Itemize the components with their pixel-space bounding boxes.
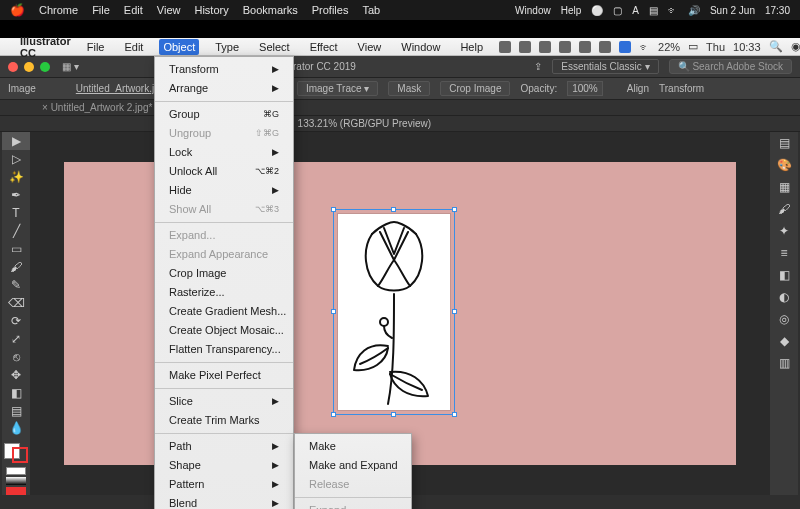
eraser-tool[interactable]: ⌫: [2, 294, 30, 312]
host-app-name[interactable]: Chrome: [39, 4, 78, 16]
stroke-panel-icon[interactable]: ≡: [770, 242, 798, 264]
swatches-panel-icon[interactable]: ▦: [770, 176, 798, 198]
menu-item-create-trim-marks[interactable]: Create Trim Marks: [155, 411, 293, 430]
properties-panel-icon[interactable]: ▤: [770, 132, 798, 154]
rotate-tool[interactable]: ⟳: [2, 312, 30, 330]
submenu-item-make-and-expand[interactable]: Make and Expand: [295, 456, 411, 475]
ai-menu-type[interactable]: Type: [211, 39, 243, 55]
svg-point-0: [380, 318, 388, 326]
menu-item-pattern[interactable]: Pattern▶: [155, 475, 293, 494]
menu-item-lock[interactable]: Lock▶: [155, 143, 293, 162]
host-menu-profiles[interactable]: Profiles: [312, 4, 349, 16]
line-tool[interactable]: ╱: [2, 222, 30, 240]
direct-selection-tool[interactable]: ▷: [2, 150, 30, 168]
menu-item-slice[interactable]: Slice▶: [155, 392, 293, 411]
menu-item-rasterize-[interactable]: Rasterize...: [155, 283, 293, 302]
color-mode-chips[interactable]: [6, 467, 26, 495]
placed-image[interactable]: [338, 214, 450, 410]
host-menu-file[interactable]: File: [92, 4, 110, 16]
shape-builder-tool[interactable]: ◧: [2, 384, 30, 402]
ai-menu-effect[interactable]: Effect: [306, 39, 342, 55]
crop-image-button[interactable]: Crop Image: [440, 81, 510, 96]
brushes-panel-icon[interactable]: 🖌: [770, 198, 798, 220]
menu-item-create-gradient-mesh-[interactable]: Create Gradient Mesh...: [155, 302, 293, 321]
ai-menu-select[interactable]: Select: [255, 39, 294, 55]
gradient-panel-icon[interactable]: ◧: [770, 264, 798, 286]
ai-menu-window[interactable]: Window: [397, 39, 444, 55]
menu-item-expand-appearance: Expand Appearance: [155, 245, 293, 264]
arrange-icon[interactable]: ▦ ▾: [62, 61, 79, 72]
ai-menu-help[interactable]: Help: [456, 39, 487, 55]
rectangle-tool[interactable]: ▭: [2, 240, 30, 258]
submenu-item-make[interactable]: Make: [295, 437, 411, 456]
mask-button[interactable]: Mask: [388, 81, 430, 96]
close-icon[interactable]: [8, 62, 18, 72]
host-menu-window[interactable]: Window: [515, 5, 551, 16]
host-menu-tab[interactable]: Tab: [362, 4, 380, 16]
magic-wand-tool[interactable]: ✨: [2, 168, 30, 186]
share-icon[interactable]: ⇪: [534, 61, 542, 72]
zoom-icon[interactable]: [40, 62, 50, 72]
menu-item-arrange[interactable]: Arrange▶: [155, 79, 293, 98]
gradient-tool[interactable]: ▤: [2, 402, 30, 420]
submenu-item-expand: Expand: [295, 501, 411, 509]
left-toolbox: ▶ ▷ ✨ ✒ T ╱ ▭ 🖌 ✎ ⌫ ⟳ ⤢ ⎋ ✥ ◧ ▤ 💧: [2, 132, 30, 495]
menu-item-hide[interactable]: Hide▶: [155, 181, 293, 200]
layers-panel-icon[interactable]: ▥: [770, 352, 798, 374]
window-controls[interactable]: [8, 62, 50, 72]
scale-tool[interactable]: ⤢: [2, 330, 30, 348]
wifi-icon[interactable]: ᯤ: [639, 41, 650, 53]
pen-tool[interactable]: ✒: [2, 186, 30, 204]
eyedropper-tool[interactable]: 💧: [2, 420, 30, 438]
menu-item-path[interactable]: Path▶: [155, 437, 293, 456]
siri-icon[interactable]: ◉: [791, 40, 800, 53]
host-menu-edit[interactable]: Edit: [124, 4, 143, 16]
menu-item-transform[interactable]: Transform▶: [155, 60, 293, 79]
host-menu-view[interactable]: View: [157, 4, 181, 16]
width-tool[interactable]: ⎋: [2, 348, 30, 366]
image-trace-button[interactable]: Image Trace ▾: [297, 81, 378, 96]
fill-stroke-swatch[interactable]: [4, 443, 28, 463]
transform-panel[interactable]: Transform: [659, 83, 704, 94]
color-panel-icon[interactable]: 🎨: [770, 154, 798, 176]
ai-menu-view[interactable]: View: [354, 39, 386, 55]
type-tool[interactable]: T: [2, 204, 30, 222]
document-tab[interactable]: × Untitled_Artwork 2.jpg*: [42, 102, 152, 113]
workspace-switcher[interactable]: Essentials Classic ▾: [552, 59, 658, 74]
host-menu-history[interactable]: History: [194, 4, 228, 16]
wifi-icon[interactable]: ᯤ: [668, 5, 678, 16]
ai-app-name[interactable]: Illustrator CC: [20, 35, 71, 59]
minimize-icon[interactable]: [24, 62, 34, 72]
menu-item-blend[interactable]: Blend▶: [155, 494, 293, 509]
apple-menu-icon[interactable]: 🍎: [10, 3, 25, 17]
transparency-panel-icon[interactable]: ◐: [770, 286, 798, 308]
opacity-value[interactable]: 100%: [567, 81, 603, 96]
menu-item-crop-image[interactable]: Crop Image: [155, 264, 293, 283]
menu-item-unlock-all[interactable]: Unlock All⌥⌘2: [155, 162, 293, 181]
spotlight-icon[interactable]: 🔍: [769, 40, 783, 53]
graphicstyles-panel-icon[interactable]: ◆: [770, 330, 798, 352]
status-icon: ⚪: [591, 5, 603, 16]
menu-item-create-object-mosaic-[interactable]: Create Object Mosaic...: [155, 321, 293, 340]
host-menu-help[interactable]: Help: [561, 5, 582, 16]
menu-item-group[interactable]: Group⌘G: [155, 105, 293, 124]
free-transform-tool[interactable]: ✥: [2, 366, 30, 384]
appearance-panel-icon[interactable]: ◎: [770, 308, 798, 330]
host-menu-bookmarks[interactable]: Bookmarks: [243, 4, 298, 16]
volume-icon[interactable]: 🔊: [688, 5, 700, 16]
menu-item-make-pixel-perfect[interactable]: Make Pixel Perfect: [155, 366, 293, 385]
pencil-tool[interactable]: ✎: [2, 276, 30, 294]
embedded-doc-name[interactable]: Untitled_Artwork.jpg: [76, 83, 165, 94]
object-dropdown-menu: Transform▶Arrange▶Group⌘GUngroup⇧⌘GLock▶…: [154, 56, 294, 509]
ai-menu-file[interactable]: File: [83, 39, 109, 55]
ai-menu-object[interactable]: Object: [159, 39, 199, 55]
battery-percent: 22%: [658, 41, 680, 53]
menu-item-shape[interactable]: Shape▶: [155, 456, 293, 475]
align-panel[interactable]: Align: [627, 83, 649, 94]
selection-tool[interactable]: ▶: [2, 132, 30, 150]
search-input[interactable]: 🔍 Search Adobe Stock: [669, 59, 792, 74]
menu-item-flatten-transparency-[interactable]: Flatten Transparency...: [155, 340, 293, 359]
ai-menu-edit[interactable]: Edit: [120, 39, 147, 55]
symbols-panel-icon[interactable]: ✦: [770, 220, 798, 242]
paintbrush-tool[interactable]: 🖌: [2, 258, 30, 276]
